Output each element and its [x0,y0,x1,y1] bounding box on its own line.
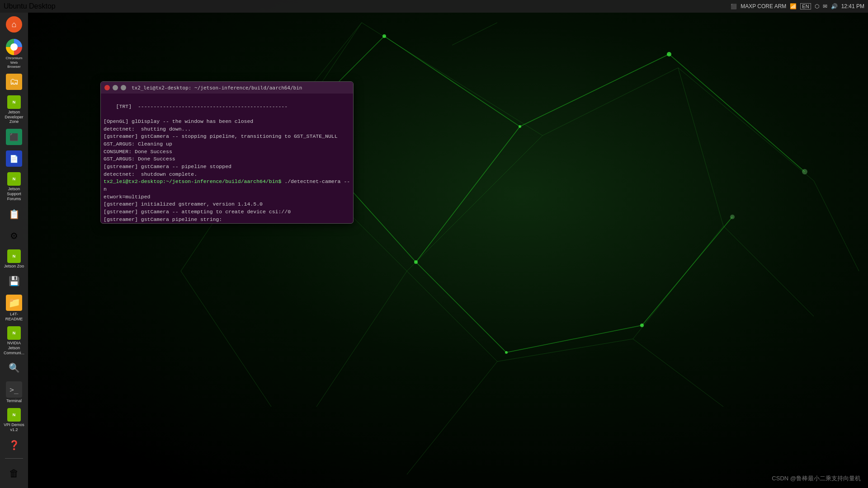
terminal-minimize-button[interactable] [113,85,118,90]
vpi-label: VPI Demosv1.2 [4,422,24,432]
watermark: CSDN @鲁棒最小二乘支持向量机 [772,474,861,483]
search-icon: 🔍 [6,360,22,376]
lang-indicator: EN [800,3,811,9]
nvidia-dev-icon: N [7,95,21,109]
sidebar-item-search[interactable]: 🔍 [1,358,27,379]
disk-icon: 💾 [6,273,22,289]
nvidia-zoo-label: Jetson Zoo [4,264,24,269]
sidebar-item-files[interactable]: 🗂 [1,72,27,93]
l4t-label: L4T-README [5,312,23,322]
sidebar-item-nvidia-support[interactable]: N JetsonSupportForums [1,170,27,203]
sidebar-item-nvidia-zoo[interactable]: N Jetson Zoo [1,248,27,271]
calc-icon: ⬛ [6,129,22,145]
mail-icon: ✉ [823,3,827,9]
nvidia-community-icon: N [7,326,21,340]
terminal-icon: >_ [6,381,22,398]
writer-icon: 📄 [6,150,22,167]
svg-point-30 [519,125,521,128]
terminal-maximize-button[interactable] [121,85,126,90]
sidebar-item-chromium[interactable]: ChromiumWebBrowser [1,37,27,71]
svg-point-29 [382,34,386,38]
nvidia-dev-label: JetsonDeveloperZone [5,110,23,124]
terminal-title: tx2_lei@tx2-desktop: ~/jetson-inference/… [132,85,302,91]
sidebar-item-disk[interactable]: 💾 [1,271,27,292]
svg-point-34 [640,324,644,327]
nvidia-support-icon: N [7,172,21,186]
svg-point-33 [505,351,508,354]
sidebar-item-trash[interactable]: 🗑 [1,464,27,484]
terminal-content: [TRT] ----------------------------------… [104,103,350,223]
taskbar-right: ⬛ MAXP CORE ARM 📶 EN ⬡ ✉ 🔊 12:41 PM [731,3,864,9]
sidebar-item-vpi[interactable]: N VPI Demosv1.2 [1,406,27,434]
svg-point-31 [667,52,671,56]
dock-separator [5,458,23,459]
maxp-label: MAXP CORE ARM [741,3,786,9]
svg-point-37 [730,215,735,219]
sidebar-item-notes[interactable]: 📋 [1,204,27,225]
l4t-icon: 📁 [6,295,22,311]
taskbar: Ubuntu Desktop ⬛ MAXP CORE ARM 📶 EN ⬡ ✉ … [0,0,868,13]
nvidia-zoo-icon: N [7,249,21,263]
terminal-close-button[interactable] [104,85,110,90]
sidebar-item-writer[interactable]: 📄 [1,149,27,169]
clock: 12:41 PM [841,3,864,9]
terminal-body[interactable]: [TRT] ----------------------------------… [101,94,353,223]
sidebar-item-nvidia-community[interactable]: N NVIDIAJetsonCommuni... [1,324,27,357]
taskbar-left: Ubuntu Desktop [4,2,56,10]
terminal-label: Terminal [6,399,22,404]
sidebar-item-calc[interactable]: ⬛ [1,127,27,148]
settings-icon: ⚙ [6,228,22,244]
volume-icon: 🔊 [831,3,838,9]
svg-point-36 [802,169,807,174]
chromium-icon [6,39,22,55]
sidebar-item-terminal[interactable]: >_ Terminal [1,380,27,405]
bluetooth-icon: ⬡ [815,3,819,9]
sidebar: ⌂ ChromiumWebBrowser 🗂 N JetsonDeveloper… [0,13,28,488]
help-icon: ❓ [6,437,22,453]
taskbar-title: Ubuntu Desktop [4,2,56,10]
sidebar-item-l4t[interactable]: 📁 L4T-README [1,293,27,324]
vpi-icon: N [7,408,21,422]
files-icon: 🗂 [6,74,22,90]
home-icon: ⌂ [6,16,22,33]
nvidia-community-label: NVIDIAJetsonCommuni... [4,341,24,355]
chromium-label: ChromiumWebBrowser [6,56,23,69]
nvidia-support-label: JetsonSupportForums [7,187,21,201]
sidebar-item-settings[interactable]: ⚙ [1,226,27,247]
sidebar-item-home[interactable]: ⌂ [1,14,27,36]
terminal-titlebar: tx2_lei@tx2-desktop: ~/jetson-inference/… [101,82,353,94]
trash-icon: 🗑 [6,465,22,482]
sidebar-item-help[interactable]: ❓ [1,435,27,456]
desktop-background [0,0,868,488]
desktop [0,0,868,488]
svg-point-32 [414,260,418,264]
terminal-window: tx2_lei@tx2-desktop: ~/jetson-inference/… [100,81,354,224]
nvidia-indicator: ⬛ [731,4,737,9]
notes-icon: 📋 [6,206,22,222]
watermark-text: CSDN @鲁棒最小二乘支持向量机 [772,475,861,482]
wifi-icon: 📶 [790,3,797,9]
sidebar-item-nvidia-dev[interactable]: N JetsonDeveloperZone [1,94,27,126]
